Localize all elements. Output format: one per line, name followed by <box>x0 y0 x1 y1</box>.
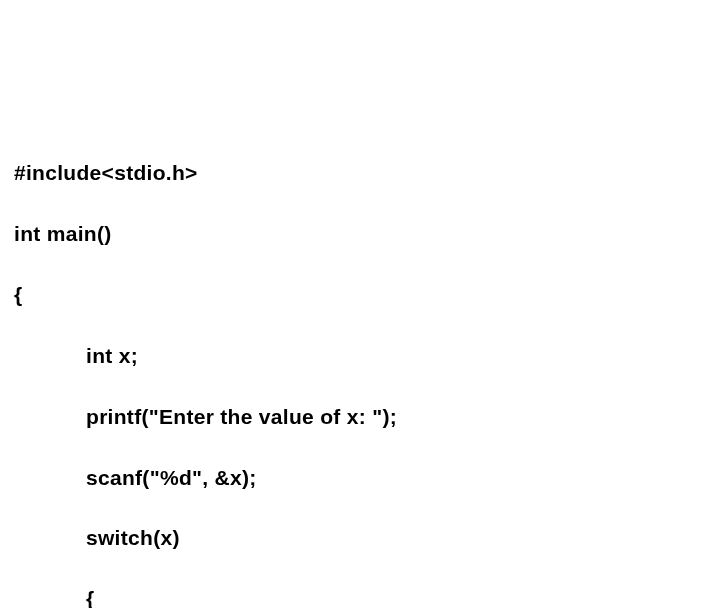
code-line-open-brace: { <box>14 280 689 310</box>
code-line-main: int main() <box>14 219 689 249</box>
code-line-include: #include<stdio.h> <box>14 158 689 188</box>
code-block: #include<stdio.h> int main() { int x; pr… <box>14 128 689 608</box>
code-line-switch: switch(x) <box>14 523 689 553</box>
code-line-printf-prompt: printf("Enter the value of x: "); <box>14 402 689 432</box>
code-line-scanf: scanf("%d", &x); <box>14 463 689 493</box>
code-line-int-x: int x; <box>14 341 689 371</box>
code-line-switch-open: { <box>14 584 689 608</box>
